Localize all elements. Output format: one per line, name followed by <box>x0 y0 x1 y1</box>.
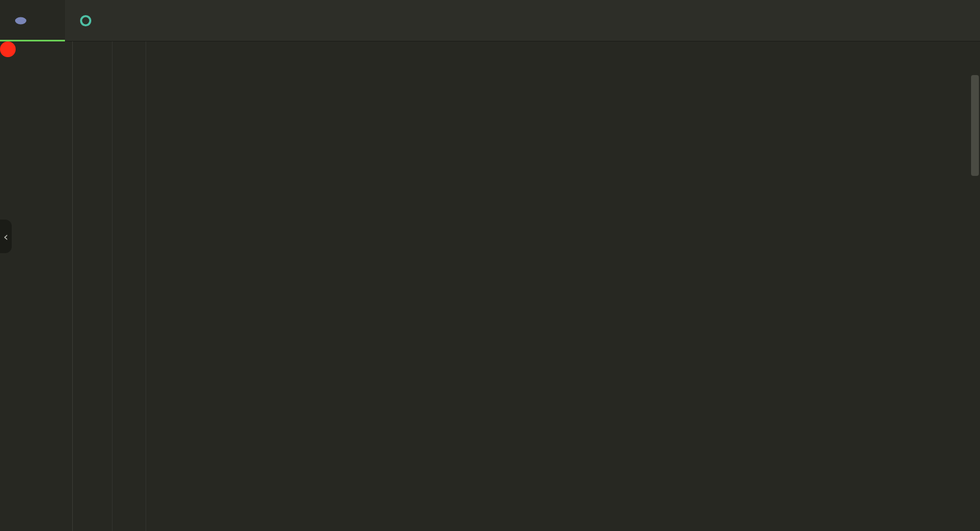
code-editor[interactable] <box>0 41 980 531</box>
tab-bar <box>0 0 980 41</box>
vertical-scrollbar[interactable] <box>970 41 980 531</box>
code-area[interactable] <box>73 41 980 531</box>
tab-worker-php[interactable] <box>0 0 65 41</box>
line-number-gutter[interactable] <box>0 41 73 531</box>
svg-point-0 <box>15 17 26 24</box>
chevron-left-icon: ‹ <box>2 230 10 244</box>
sidebar-toggle[interactable]: ‹ <box>0 220 12 253</box>
scrollbar-thumb[interactable] <box>971 75 979 176</box>
json-icon <box>80 15 92 27</box>
php-icon <box>15 15 27 27</box>
svg-point-1 <box>81 16 91 25</box>
tab-composer-json[interactable] <box>65 0 118 41</box>
